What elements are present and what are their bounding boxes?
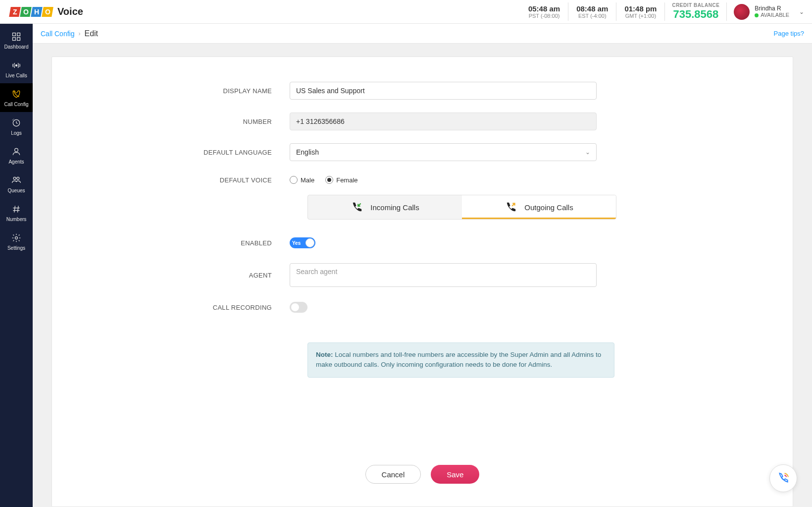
avatar bbox=[734, 4, 750, 20]
radio-icon bbox=[290, 176, 298, 184]
sidebar-item-dashboard[interactable]: Dashboard bbox=[0, 26, 33, 55]
svg-rect-3 bbox=[17, 37, 20, 40]
zoho-logo-icon: Z O H O bbox=[10, 7, 52, 17]
number-input bbox=[290, 113, 597, 130]
sidebar: Dashboard Live Calls Call Config Logs Ag… bbox=[0, 24, 33, 507]
logs-icon bbox=[11, 117, 22, 128]
language-label: DEFAULT LANGUAGE bbox=[52, 149, 290, 156]
form-card: DISPLAY NAME NUMBER DEFAULT LANGUAGE Eng… bbox=[51, 56, 793, 507]
toggle-knob-icon bbox=[305, 238, 314, 247]
recording-label: CALL RECORDING bbox=[52, 304, 290, 311]
gear-icon bbox=[11, 232, 22, 243]
enabled-label: ENABLED bbox=[52, 239, 290, 247]
credit-balance: CREDIT BALANCE 735.8568 bbox=[665, 2, 727, 21]
phone-incoming-icon bbox=[351, 201, 363, 214]
phone-outgoing-icon bbox=[505, 201, 517, 214]
svg-point-8 bbox=[17, 177, 19, 179]
queues-icon bbox=[11, 175, 22, 186]
dashboard-icon bbox=[11, 31, 22, 42]
form-footer: Cancel Save bbox=[52, 457, 793, 492]
product-name: Voice bbox=[57, 6, 83, 17]
phone-dial-icon bbox=[776, 471, 791, 486]
breadcrumb: Call Config › Edit Page tips? bbox=[33, 24, 812, 44]
cancel-button[interactable]: Cancel bbox=[365, 465, 421, 484]
toggle-knob-icon bbox=[291, 303, 300, 312]
sidebar-item-queues[interactable]: Queues bbox=[0, 169, 33, 198]
content-area: Call Config › Edit Page tips? DISPLAY NA… bbox=[33, 24, 812, 507]
status-dot-icon bbox=[755, 13, 759, 17]
svg-point-6 bbox=[15, 148, 18, 152]
voice-male-radio[interactable]: Male bbox=[290, 176, 314, 184]
recording-toggle[interactable] bbox=[290, 302, 307, 313]
radio-checked-icon bbox=[325, 176, 333, 184]
svg-point-7 bbox=[13, 177, 16, 179]
agents-icon bbox=[11, 146, 22, 157]
user-status: AVAILABLE bbox=[755, 12, 789, 18]
voice-female-radio[interactable]: Female bbox=[325, 176, 357, 184]
save-button[interactable]: Save bbox=[431, 465, 479, 484]
breadcrumb-call-config[interactable]: Call Config bbox=[41, 30, 74, 38]
svg-rect-1 bbox=[17, 33, 20, 36]
call-direction-tabs: Incoming Calls Outgoing Calls bbox=[307, 195, 616, 220]
brand-logo[interactable]: Z O H O Voice bbox=[10, 6, 83, 17]
chevron-right-icon: › bbox=[78, 30, 80, 37]
time-est: 08:48 am EST (-4:00) bbox=[568, 2, 616, 21]
time-gmt: 01:48 pm GMT (+1:00) bbox=[616, 2, 665, 21]
live-calls-icon bbox=[11, 60, 22, 71]
page-title: Edit bbox=[84, 29, 98, 38]
language-select[interactable]: English ⌄ bbox=[290, 143, 597, 161]
dialer-fab[interactable] bbox=[769, 464, 797, 492]
chevron-down-icon: ⌄ bbox=[799, 8, 804, 15]
sidebar-item-numbers[interactable]: Numbers bbox=[0, 198, 33, 227]
svg-rect-2 bbox=[13, 37, 16, 40]
call-config-icon bbox=[11, 89, 22, 100]
note-box: Note: Local numbers and toll-free number… bbox=[307, 342, 614, 378]
agent-label: AGENT bbox=[52, 272, 290, 279]
user-name: Brindha R bbox=[755, 5, 789, 12]
svg-point-4 bbox=[15, 64, 17, 66]
sidebar-item-settings[interactable]: Settings bbox=[0, 227, 33, 256]
agent-search-input[interactable]: Search agent bbox=[290, 263, 597, 287]
number-label: NUMBER bbox=[52, 118, 290, 125]
svg-point-9 bbox=[15, 236, 18, 239]
tab-incoming[interactable]: Incoming Calls bbox=[308, 195, 462, 219]
sidebar-item-logs[interactable]: Logs bbox=[0, 112, 33, 141]
svg-rect-0 bbox=[13, 33, 16, 36]
enabled-toggle[interactable]: Yes bbox=[290, 237, 315, 248]
sidebar-item-agents[interactable]: Agents bbox=[0, 141, 33, 169]
tab-outgoing[interactable]: Outgoing Calls bbox=[462, 195, 616, 219]
voice-label: DEFAULT VOICE bbox=[52, 176, 290, 184]
chevron-down-icon: ⌄ bbox=[585, 149, 590, 156]
sidebar-item-call-config[interactable]: Call Config bbox=[0, 83, 33, 112]
numbers-icon bbox=[11, 204, 22, 215]
app-header: Z O H O Voice 05:48 am PST (-08:00) 08:4… bbox=[0, 0, 812, 24]
time-pst: 05:48 am PST (-08:00) bbox=[520, 2, 568, 21]
display-name-input[interactable] bbox=[290, 82, 597, 100]
sidebar-item-live-calls[interactable]: Live Calls bbox=[0, 55, 33, 83]
user-menu[interactable]: Brindha R AVAILABLE ⌄ bbox=[727, 4, 804, 20]
display-name-label: DISPLAY NAME bbox=[52, 87, 290, 95]
page-tips-link[interactable]: Page tips? bbox=[774, 30, 804, 37]
